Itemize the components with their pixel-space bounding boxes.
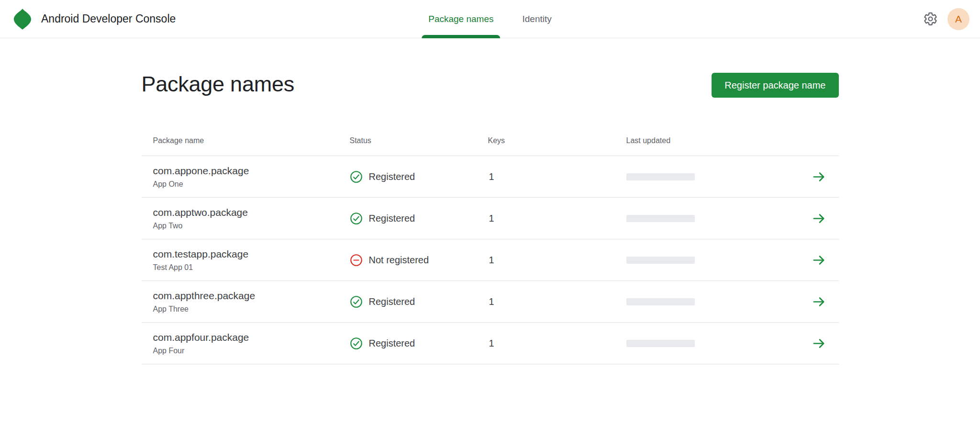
topbar: Android Developer Console Package names … [0,0,980,38]
topbar-actions: A [923,8,980,30]
status-label: Registered [369,338,415,349]
app-name: App One [153,180,350,189]
arrow-forward-icon[interactable] [812,169,826,184]
tab-package-names-label: Package names [428,14,493,24]
package-name-cell: com.apptwo.package App Two [142,207,350,230]
row-actions-cell [812,169,839,184]
app-title: Android Developer Console [41,12,176,25]
register-package-name-button[interactable]: Register package name [712,73,838,98]
row-actions-cell [812,336,839,351]
keys-count: 1 [488,171,626,182]
avatar[interactable]: A [947,8,969,30]
status-cell: Registered [350,337,488,350]
arrow-forward-icon[interactable] [812,336,826,351]
keys-count: 1 [488,296,626,307]
package-name-cell: com.testapp.package Test App 01 [142,248,350,272]
registered-check-icon [350,295,363,308]
status-cell: Registered [350,295,488,308]
registered-check-icon [350,170,363,183]
status-cell: Registered [350,170,488,183]
last-updated-cell [626,340,812,347]
row-actions-cell [812,253,839,268]
active-tab-indicator [422,35,500,38]
package-name: com.appone.package [153,165,350,177]
package-name-cell: com.appone.package App One [142,165,350,189]
last-updated-cell [626,298,812,305]
column-header-keys: Keys [488,136,626,145]
avatar-letter: A [955,13,962,25]
column-header-package-name: Package name [142,136,350,145]
last-updated-skeleton [626,173,695,180]
last-updated-cell [626,173,812,180]
last-updated-cell [626,257,812,264]
tab-identity-label: Identity [522,14,551,24]
keys-count: 1 [488,338,626,349]
last-updated-skeleton [626,298,695,305]
android-logo-icon [13,8,32,31]
app-name: App Two [153,222,350,230]
tab-package-names[interactable]: Package names [422,0,500,38]
package-name-cell: com.appfour.package App Four [142,332,350,355]
main-content: Package names Register package name Pack… [142,72,839,364]
last-updated-skeleton [626,215,695,222]
package-name: com.testapp.package [153,248,350,260]
page-header: Package names Register package name [142,72,839,98]
status-label: Not registered [369,255,429,266]
package-name-cell: com.appthree.package App Three [142,290,350,314]
package-table: Package name Status Keys Last updated co… [142,124,839,364]
status-label: Registered [369,296,415,307]
not-registered-minus-icon [350,254,363,267]
arrow-forward-icon[interactable] [812,253,826,268]
row-actions-cell [812,211,839,226]
last-updated-skeleton [626,257,695,264]
row-actions-cell [812,294,839,309]
column-header-status: Status [350,136,488,145]
table-body: com.appone.package App One Registered 1 [142,156,839,364]
status-cell: Not registered [350,254,488,267]
tab-identity[interactable]: Identity [515,0,558,38]
gear-icon[interactable] [923,11,938,26]
registered-check-icon [350,212,363,225]
package-name: com.apptwo.package [153,207,350,218]
main-tabs: Package names Identity [414,0,566,38]
status-label: Registered [369,213,415,224]
table-row[interactable]: com.testapp.package Test App 01 Not regi… [142,239,839,281]
package-name: com.appthree.package [153,290,350,302]
status-label: Registered [369,171,415,182]
registered-check-icon [350,337,363,350]
arrow-forward-icon[interactable] [812,294,826,309]
keys-count: 1 [488,255,626,266]
table-row[interactable]: com.appone.package App One Registered 1 [142,156,839,198]
status-cell: Registered [350,212,488,225]
table-row[interactable]: com.appthree.package App Three Registere… [142,281,839,323]
table-row[interactable]: com.apptwo.package App Two Registered 1 [142,198,839,239]
column-header-last-updated: Last updated [626,136,812,145]
arrow-forward-icon[interactable] [812,211,826,226]
package-name: com.appfour.package [153,332,350,343]
app-name: App Three [153,305,350,314]
app-name: Test App 01 [153,263,350,272]
table-header-row: Package name Status Keys Last updated [142,124,839,156]
app-name: App Four [153,347,350,355]
table-row[interactable]: com.appfour.package App Four Registered … [142,323,839,364]
last-updated-cell [626,215,812,222]
keys-count: 1 [488,213,626,224]
last-updated-skeleton [626,340,695,347]
page-title: Package names [142,72,294,97]
